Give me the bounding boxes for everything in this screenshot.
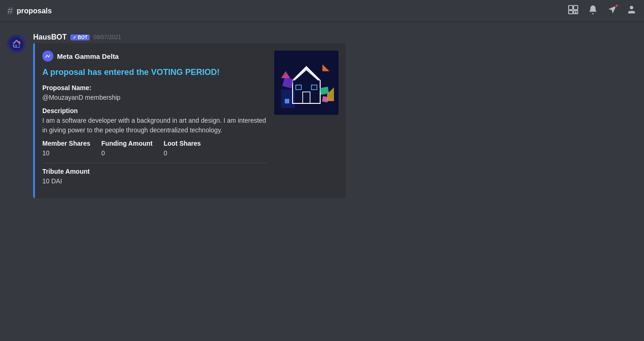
loot-shares-field: Loot Shares 0 bbox=[164, 140, 210, 158]
message-body: HausBOT ✓ BOT 09/07/2021 bbox=[33, 33, 637, 198]
embed-title: A proposal has entered the VOTING PERIOD… bbox=[42, 67, 267, 78]
header-right bbox=[568, 4, 637, 17]
notifications-icon[interactable] bbox=[588, 5, 598, 17]
loot-shares-label: Loot Shares bbox=[164, 140, 210, 147]
svg-point-11 bbox=[18, 41, 21, 43]
embed-org: Meta Gamma Delta bbox=[42, 51, 267, 62]
embed-thumbnail bbox=[274, 51, 339, 115]
svg-rect-28 bbox=[322, 96, 328, 102]
proposal-name-field: Proposal Name: @MouzayanD membership bbox=[42, 84, 267, 102]
members-icon[interactable] bbox=[627, 5, 637, 17]
bot-label: BOT bbox=[78, 35, 87, 40]
svg-rect-9 bbox=[15, 45, 17, 48]
message-author: HausBOT bbox=[33, 33, 67, 41]
svg-rect-27 bbox=[285, 99, 289, 103]
svg-point-6 bbox=[630, 6, 633, 9]
funding-amount-field: Funding Amount 0 bbox=[101, 140, 152, 158]
funding-amount-label: Funding Amount bbox=[101, 140, 152, 147]
description-value: I am a software developer with a backgro… bbox=[42, 116, 267, 135]
loot-shares-value: 0 bbox=[164, 148, 210, 158]
svg-point-7 bbox=[10, 37, 23, 51]
svg-rect-2 bbox=[569, 11, 573, 14]
channel-name: proposals bbox=[17, 7, 52, 15]
embed-top: Meta Gamma Delta A proposal has entered … bbox=[42, 51, 339, 191]
add-channels-icon[interactable] bbox=[568, 4, 579, 17]
member-shares-field: Member Shares 10 bbox=[42, 140, 90, 158]
member-shares-value: 10 bbox=[42, 148, 90, 158]
bot-badge: ✓ BOT bbox=[70, 34, 90, 40]
header: # proposals bbox=[0, 0, 644, 22]
org-icon bbox=[42, 51, 53, 62]
tribute-field: Tribute Amount 10 DAI bbox=[42, 168, 267, 186]
proposal-name-value: @MouzayanD membership bbox=[42, 93, 267, 102]
svg-rect-1 bbox=[574, 6, 578, 10]
checkmark-icon: ✓ bbox=[73, 35, 76, 40]
message-header: HausBOT ✓ BOT 09/07/2021 bbox=[33, 33, 637, 41]
svg-rect-25 bbox=[320, 87, 329, 95]
svg-point-14 bbox=[49, 54, 51, 56]
embed-content: Meta Gamma Delta A proposal has entered … bbox=[42, 51, 267, 191]
org-name: Meta Gamma Delta bbox=[57, 52, 119, 60]
svg-rect-0 bbox=[569, 6, 573, 10]
main-content: HausBOT ✓ BOT 09/07/2021 bbox=[0, 22, 644, 341]
notification-badge bbox=[615, 4, 619, 8]
description-label: Description bbox=[42, 107, 267, 114]
header-left: # proposals bbox=[7, 5, 52, 17]
pin-icon[interactable] bbox=[607, 5, 617, 17]
tribute-label: Tribute Amount bbox=[42, 168, 267, 175]
avatar-image bbox=[7, 35, 26, 53]
avatar bbox=[7, 35, 26, 53]
message-timestamp: 09/07/2021 bbox=[93, 34, 121, 40]
message: HausBOT ✓ BOT 09/07/2021 bbox=[0, 31, 644, 200]
funding-amount-value: 0 bbox=[101, 148, 152, 158]
chat-area: HausBOT ✓ BOT 09/07/2021 bbox=[0, 22, 644, 341]
tribute-value: 10 DAI bbox=[42, 176, 267, 186]
embed-card: Meta Gamma Delta A proposal has entered … bbox=[33, 43, 346, 198]
description-field: Description I am a software developer wi… bbox=[42, 107, 267, 135]
proposal-name-label: Proposal Name: bbox=[42, 84, 267, 91]
member-shares-label: Member Shares bbox=[42, 140, 90, 147]
hash-icon: # bbox=[7, 5, 13, 17]
embed-fields-row: Member Shares 10 Funding Amount 0 Loot S… bbox=[42, 140, 267, 163]
